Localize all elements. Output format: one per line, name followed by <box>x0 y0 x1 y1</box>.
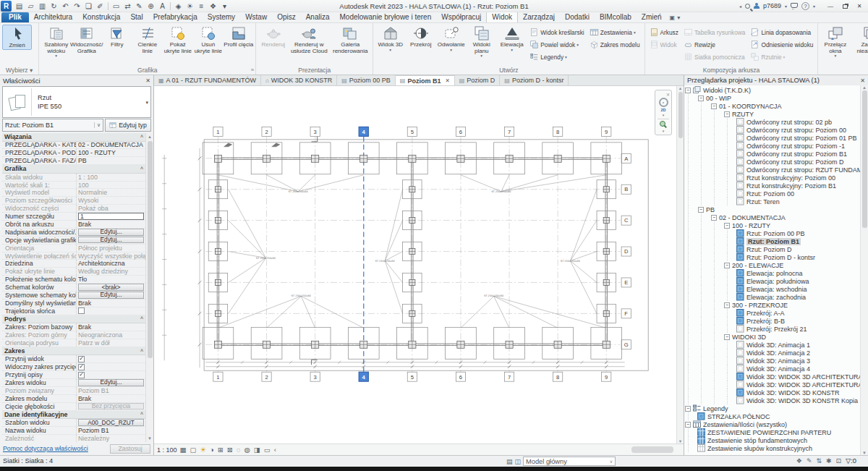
visual-style-icon[interactable]: ▢ <box>190 446 197 454</box>
powiel-widok-button[interactable]: Powiel widok▾ <box>527 38 586 51</box>
property-edit-button[interactable]: Edytuj... <box>78 229 144 236</box>
ribbon-tab-prefabrykacja[interactable]: Prefabrykacja <box>148 12 203 22</box>
exclude-options-icon[interactable]: ✱ <box>826 457 832 464</box>
selection-filter-count[interactable]: ▽:0 <box>846 457 856 464</box>
scale-label[interactable]: 1 : 100 <box>157 446 177 454</box>
draw-icon[interactable]: ✎ <box>134 1 145 11</box>
view-tab-a-01-rzut-fundament-w[interactable]: ▦A 01 - RZUT FUNDAMENTÓW <box>154 75 261 85</box>
tree-expander-icon[interactable]: − <box>724 223 730 229</box>
tree-expander-icon[interactable]: − <box>685 88 691 93</box>
ribbon-tab-wsp-pracuj[interactable]: Współpracuj <box>436 12 486 22</box>
username[interactable]: p7689 <box>763 2 781 9</box>
sort-icon[interactable]: ⇅ <box>816 457 822 464</box>
crop-region-icon[interactable]: ⊠ <box>227 446 233 454</box>
ribbon-tab-analiza[interactable]: Analiza <box>301 12 335 22</box>
wheel-caret-icon[interactable]: ▾ <box>663 113 665 117</box>
tree-expander-icon[interactable]: − <box>698 96 704 101</box>
tree-item[interactable]: Rzut: Poziom D <box>684 245 868 253</box>
open-icon[interactable]: ▱ <box>25 1 36 11</box>
property-edit-button[interactable]: Edytuj... <box>78 237 144 244</box>
property-input[interactable]: 1 <box>78 213 144 220</box>
tree-item[interactable]: Odwrócony rzut stropu: Poziom -1 <box>684 142 868 150</box>
widoki-planu-button[interactable]: Widoki planu▾ <box>467 25 496 57</box>
properties-help-link[interactable]: Pomoc dotycząca właściwości <box>3 445 88 452</box>
ribbon-state-caret-icon[interactable]: ▾ <box>677 14 680 21</box>
collapse-section-icon[interactable]: ^ <box>140 349 143 354</box>
rewizje-button[interactable]: Rewizje <box>681 38 748 51</box>
tree-expander-icon[interactable]: − <box>724 111 730 117</box>
view-tab-poziom-00-pb[interactable]: ▤Poziom 00 PB <box>337 75 396 85</box>
ribbon-tab-dodatki[interactable]: Dodatki <box>560 12 595 22</box>
tag-icon[interactable]: ❖ <box>208 1 218 11</box>
tree-expander-icon[interactable]: − <box>711 103 717 109</box>
property-value[interactable]: ✓ <box>77 356 145 362</box>
arkusz-button[interactable]: Arkusz <box>647 26 681 38</box>
render-icon[interactable]: ☀ <box>184 1 195 11</box>
project-browser-close-icon[interactable]: ✕ <box>860 77 865 84</box>
view-selector-dropdown[interactable]: Rzut: Poziom B1 ∨ <box>2 119 103 132</box>
tree-item[interactable]: Rzut: Teren <box>684 198 868 205</box>
property-value[interactable]: 1 <box>77 213 145 220</box>
tree-item[interactable]: Odwrócony rzut stropu: Poziom 01 PB <box>684 134 868 142</box>
ribbon-tab-opisz[interactable]: Opisz <box>272 12 301 22</box>
print-icon[interactable]: ❏ <box>83 1 94 11</box>
tree-item[interactable]: −Zestawienia/Ilości (wszystko) <box>684 420 868 428</box>
tree-item[interactable]: Przekrój: A-A <box>684 309 868 317</box>
tree-item[interactable]: Widok 3D: Animacja 1 <box>684 341 868 349</box>
collapse-section-icon[interactable]: ^ <box>140 412 143 417</box>
properties-close-icon[interactable]: ✕ <box>145 77 150 84</box>
tree-item[interactable]: −200 - ELEWACJE <box>684 261 868 269</box>
property-value[interactable] <box>77 307 145 314</box>
property-value[interactable]: Edytuj... <box>77 229 145 236</box>
tree-item[interactable]: −00 - WIP <box>684 94 868 102</box>
tree-expander-icon[interactable]: − <box>698 207 704 213</box>
tree-item[interactable]: Odwrócony rzut stropu: Poziom B1 <box>684 150 868 158</box>
property-edit-button[interactable]: A00_DOC_RZUT <box>78 419 144 426</box>
tree-item[interactable]: Elewacja: południowa <box>684 277 868 285</box>
save-icon[interactable]: ▥ <box>37 1 48 11</box>
collapse-arrow-icon[interactable]: ◂ <box>739 4 741 9</box>
worksets-icon[interactable]: ▤ <box>506 458 513 465</box>
tree-item[interactable]: Widok 3D: WIDOK 3D KONSTR Kopia 1 <box>684 396 868 404</box>
zamknij-nieaktywne-button[interactable]: Zamknij nieaktywne <box>851 25 868 54</box>
text-icon[interactable]: A <box>157 1 168 11</box>
galeria-renderowania-button[interactable]: Galeria renderowania <box>330 25 370 54</box>
modify-chip-icon[interactable]: ▣ <box>670 14 676 21</box>
customize-icon[interactable]: ▾ <box>219 1 230 11</box>
property-value[interactable]: Edytuj... <box>77 379 145 386</box>
properties-section-zakres[interactable]: Zakres^ <box>2 347 145 356</box>
collapse-icon[interactable]: ‹ <box>274 446 276 454</box>
ribbon-tab-systemy[interactable]: Systemy <box>203 12 240 22</box>
view-tab-poziom-b1[interactable]: ▤Poziom B1✕ <box>396 75 455 85</box>
zoom-icon[interactable]: ⊕ <box>145 1 156 11</box>
tree-item[interactable]: Zestawienie słupów konstrukcyjnych <box>684 444 868 452</box>
widoczność-grafika-button[interactable]: Widoczność/ Grafika <box>72 25 101 54</box>
search-icon[interactable] <box>745 4 750 9</box>
tree-item[interactable]: Rzut: Poziom 00 PB <box>684 229 868 237</box>
tree-item[interactable]: Rzut: Poziom D - kontsr <box>684 253 868 261</box>
ribbon-panel-label[interactable]: Grafika» <box>39 66 255 75</box>
tree-expander-icon[interactable]: − <box>685 422 691 428</box>
widok-kreślarski-button[interactable]: Widok kreślarski <box>527 26 586 38</box>
tree-item[interactable]: ZESTAWIENIE POWIERZCHNI PARTERU <box>684 428 868 436</box>
tree-item[interactable]: Widok 3D: Animacja 4 <box>684 365 868 373</box>
property-value[interactable]: ✓ <box>77 372 145 378</box>
tree-item[interactable]: STRZAŁKA PÓŁNOC <box>684 412 868 420</box>
shadows-icon[interactable]: ◑ <box>210 446 214 454</box>
tree-item[interactable]: Odwrócony rzut stropu: Poziom D <box>684 158 868 166</box>
properties-scrollbar[interactable]: ▲ ▼ <box>145 133 153 442</box>
close-button[interactable]: ✕ <box>852 1 867 12</box>
hidden-elements-icon[interactable]: ◌ <box>237 446 241 454</box>
crop-view-icon[interactable]: ⊞ <box>218 446 224 454</box>
properties-section-wiązania[interactable]: Wiązania^ <box>2 133 145 142</box>
view-tab-poziom-d[interactable]: ▤Poziom D <box>455 75 501 85</box>
tree-item[interactable]: Odwrócony rzut stropu: 02 pb <box>684 118 868 126</box>
design-options-icon[interactable]: ◫ <box>515 458 522 465</box>
sync-icon[interactable]: ↻ <box>48 1 59 11</box>
property-value[interactable]: Edytuj... <box>77 292 145 299</box>
ribbon-tab-zmie-[interactable]: Zmień <box>637 12 667 22</box>
zoom-tool-icon[interactable] <box>660 121 667 128</box>
ribbon-tab-bimcollab[interactable]: BIMcollab <box>595 12 637 22</box>
tree-item[interactable]: Przekrój: B-B <box>684 317 868 325</box>
odwołanie-button[interactable]: Odwołanie▾ <box>436 25 466 51</box>
